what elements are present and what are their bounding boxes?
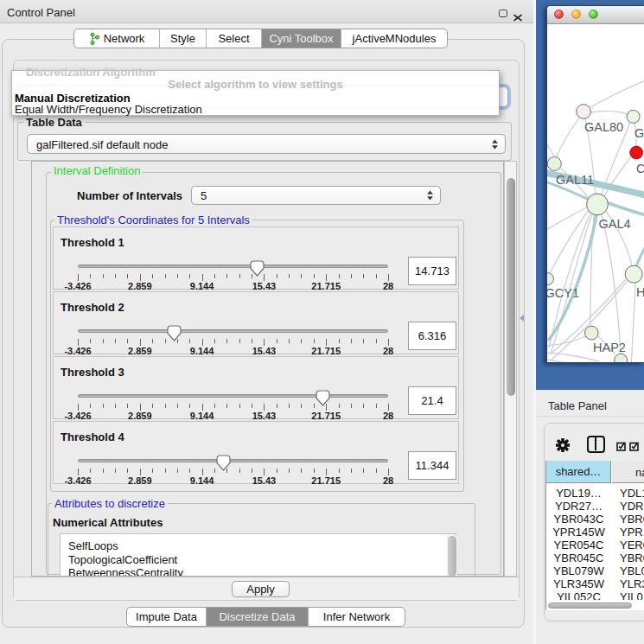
svg-text:GCY1: GCY1 [547,286,579,300]
svg-text:HAP2: HAP2 [593,341,626,354]
svg-text:GAL…: GAL… [634,126,644,140]
svg-text:GAL4: GAL4 [599,217,631,231]
svg-text:GAL11: GAL11 [556,173,594,187]
svg-text:HI…: HI… [636,285,644,299]
svg-text:GAL80: GAL80 [584,120,623,134]
svg-text:CY…: CY… [636,162,644,175]
